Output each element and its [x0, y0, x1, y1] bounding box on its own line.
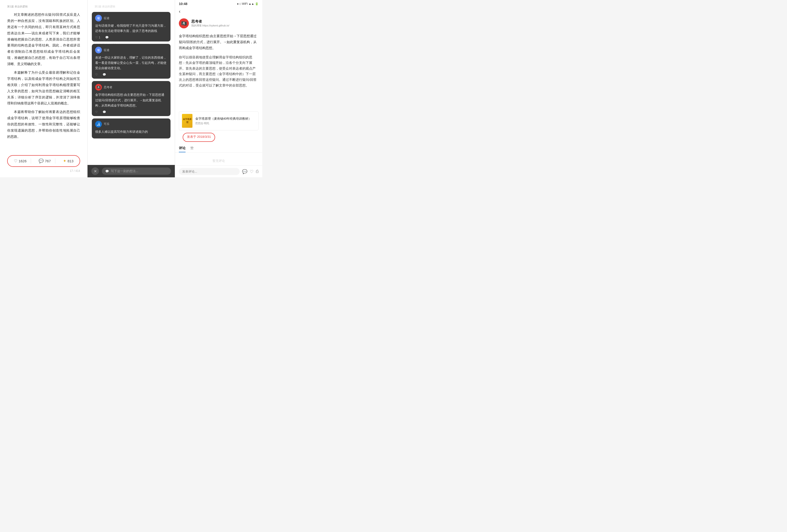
close-comments-button[interactable]: ✕: [91, 167, 99, 175]
kele-comment-text: 很多人难以提高写作能力和讲述能力的: [95, 129, 167, 134]
reader-para-1: 对文章阐述的思想作出疑问/回答式反应是人类的一种自然反应，没有国籍和民族的区别。…: [7, 12, 80, 67]
comment-text-2: 表述一些让大家听进去，理解了，记住的东西很难，看一看是否能够让受众心头一震，引起…: [95, 55, 167, 71]
book-author: 芭芭拉·明托: [195, 121, 251, 125]
battery-icon: ● □ WiFi ▲▲ 🔋: [237, 2, 258, 5]
reader-footer: ♡ 1626 💬 767 ✦ 813 17 / 414: [7, 152, 80, 173]
tab-likes[interactable]: 赞: [190, 146, 194, 152]
comment-actions-1: ♡ 1 💬: [95, 36, 167, 39]
share-icon: ✦: [63, 158, 66, 163]
like-footer-icon[interactable]: ♡: [250, 169, 254, 174]
book-cover-text: 金字塔原理: [183, 118, 192, 124]
main-text: 金字塔结构组织思想:由主要思想开始→下层思想通过疑问/回答的方式，进行展开。→如…: [179, 33, 258, 51]
detail-footer: 💬 ♡ ⎙: [175, 165, 262, 177]
article-content: 金字塔结构组织思想:由主要思想开始→下层思想通过疑问/回答的方式，进行展开。→如…: [175, 31, 262, 110]
avatar-1: 征: [95, 15, 102, 21]
username-kele: 可乐: [104, 122, 109, 126]
comment-count: 767: [45, 159, 51, 163]
back-button[interactable]: ‹: [179, 8, 180, 14]
comment-icon-small: 💬: [105, 170, 109, 173]
username-2: 征途: [104, 48, 109, 52]
status-bar: 10:48 ● □ WiFi ▲▲ 🔋: [175, 0, 262, 7]
avatar-kele: 🏞: [95, 121, 102, 128]
like-action[interactable]: ♡ 1626: [14, 158, 31, 163]
book-info: 金字塔原理（麦肯锡40年经典培训教材） 芭芭拉·明托: [195, 116, 251, 125]
publish-date: 发表于 2018/3/31: [183, 133, 215, 142]
commenter-2: 征 征途: [95, 47, 167, 53]
comment-input-placeholder: 写下这一刻的想法...: [111, 169, 138, 173]
like-action-3[interactable]: ♡: [95, 110, 98, 114]
date-wrapper: 发表于 2018/3/31: [175, 133, 262, 145]
like-action-1[interactable]: ♡ 1: [95, 36, 100, 39]
book-card[interactable]: 金字塔原理 金字塔原理（麦肯锡40年经典培训教材） 芭芭拉·明托: [179, 111, 258, 130]
page-indicator: 17 / 414: [7, 169, 80, 173]
share-action[interactable]: ✦ 813: [63, 158, 73, 163]
reader-actions-bar: ♡ 1626 💬 767 ✦ 813: [7, 155, 80, 167]
detail-nav: ‹: [175, 7, 262, 16]
comment-input-area[interactable]: 💬 写下这一刻的想法...: [102, 168, 171, 175]
sub-text: 你可以很容易地使受众理解用金字塔结构组织的思想：先从金字塔的最顶端开始，沿各个分…: [179, 54, 258, 88]
reply-action-3[interactable]: 💬: [103, 110, 106, 114]
username-3: 思考者: [104, 85, 112, 89]
author-bio: 我的博客:https://sykent.github.io/: [191, 24, 229, 27]
comment-card-kele: 🏞 可乐 很多人难以提高写作能力和讲述能力的: [92, 118, 171, 138]
comment-card-3: 🏴‍☠️ 思考者 金字塔结构组织思想:由主要思想开始→下层思想通过疑问/回答的方…: [92, 81, 171, 116]
status-icons: ● □ WiFi ▲▲ 🔋: [237, 2, 258, 5]
book-title: 金字塔原理（麦肯锡40年经典培训教材）: [195, 116, 251, 121]
share-count: 813: [67, 159, 73, 163]
status-time: 10:48: [179, 2, 188, 6]
reply-action-1[interactable]: 💬: [105, 36, 109, 39]
username-1: 征途: [104, 16, 109, 20]
commenter-1: 征 征途: [95, 15, 167, 21]
article-detail-panel: 10:48 ● □ WiFi ▲▲ 🔋 ‹ 🏴‍☠️ 思考者 我的博客:http…: [175, 0, 262, 177]
comment-icon: 💬: [39, 158, 44, 163]
author-info: 思考者 我的博客:https://sykent.github.io/: [191, 19, 229, 27]
comment-text-3: 金字塔结构组织思想:由主要思想开始→下层思想通过疑问/回答的方式，进行展开。→如…: [95, 92, 167, 108]
avatar-3: 🏴‍☠️: [95, 84, 102, 91]
comment-actions-2: ♡ 💬: [95, 73, 167, 76]
comments-overlay: 征 征途 这句话很关键，给我指明了不光只是学习沟通方面，还有在生活处理琐事方面，…: [87, 12, 175, 177]
reply-action-2[interactable]: 💬: [103, 73, 106, 76]
book-cover: 金字塔原理: [182, 114, 192, 128]
comments-bottom-bar: ✕ 💬 写下这一刻的想法...: [87, 165, 175, 177]
no-comment-text: 暂无评论: [175, 154, 262, 165]
reader-top-label: 第1篇 表达的逻辑: [7, 5, 80, 8]
comment-action[interactable]: 💬 767: [39, 158, 55, 163]
commenter-3: 🏴‍☠️ 思考者: [95, 84, 167, 91]
commenter-kele: 🏞 可乐: [95, 121, 167, 128]
author-name: 思考者: [191, 19, 229, 24]
tab-comments[interactable]: 评论: [179, 146, 186, 152]
avatar-2: 征: [95, 47, 102, 53]
comment-text-1: 这句话很关键，给我指明了不光只是学习沟通方面，还有在生活处理琐事方面，提供了思考…: [95, 23, 167, 34]
comment-card-1: 征 征途 这句话很关键，给我指明了不光只是学习沟通方面，还有在生活处理琐事方面，…: [92, 12, 171, 42]
heart-icon: ♡: [14, 158, 17, 163]
book-reader-panel: 第1篇 表达的逻辑 对文章阐述的思想作出疑问/回答式反应是人类的一种自然反应，没…: [0, 0, 87, 177]
comment-actions-3: ♡ 💬: [95, 110, 167, 114]
tabs-row: 评论 赞: [175, 145, 262, 153]
reader-content: 对文章阐述的思想作出疑问/回答式反应是人类的一种自然反应，没有国籍和民族的区别。…: [7, 12, 80, 140]
reader-para-3: 本篇将帮助你了解如何将要表达的思想组织成金字塔结构，说明了使用金字塔原理能够检查…: [7, 109, 80, 140]
comments-panel: 第1篇 表达的逻辑 类的一种自然反应，没有国籍和民族的区别。人类还有一个共同的特…: [87, 0, 175, 177]
reader-para-2: 本篇解释了为什么受众最容易理解和记住金字塔结构，以及组成金字塔的子结构之间如何互…: [7, 70, 80, 107]
comment-card-2: 征 征途 表述一些让大家听进去，理解了，记住的东西很难，看一看是否能够让受众心头…: [92, 44, 171, 79]
author-section: 🏴‍☠️ 思考者 我的博客:https://sykent.github.io/: [175, 16, 262, 31]
bg-top-label: 第1篇 表达的逻辑: [95, 5, 168, 8]
author-avatar: 🏴‍☠️: [179, 18, 189, 28]
comment-input[interactable]: [179, 168, 240, 175]
like-count: 1626: [19, 159, 26, 163]
share-footer-icon[interactable]: ⎙: [256, 169, 258, 174]
like-action-2[interactable]: ♡: [95, 73, 98, 76]
comment-footer-icon[interactable]: 💬: [242, 169, 247, 174]
